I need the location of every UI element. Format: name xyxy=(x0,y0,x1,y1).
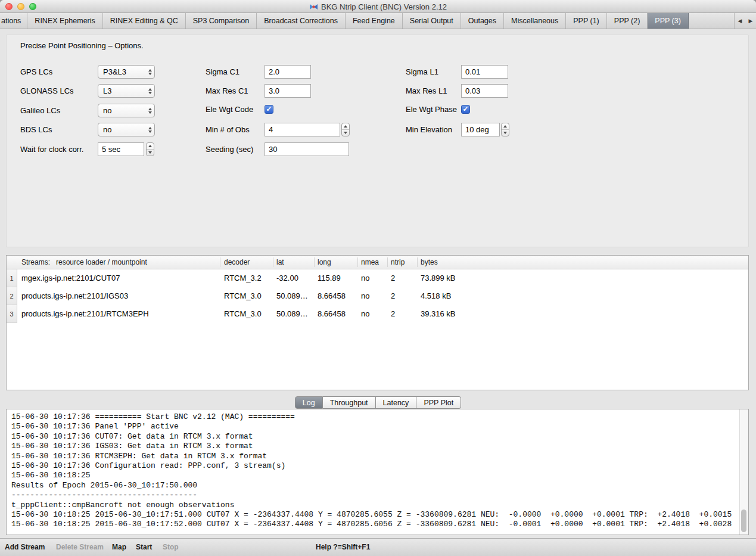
tab-ations[interactable]: ations xyxy=(0,13,27,29)
sigma-l1-input[interactable] xyxy=(461,65,508,79)
header-separator xyxy=(417,257,418,267)
stream-row[interactable]: 2 products.igs-ip.net:2101/IGS03 RTCM_3.… xyxy=(7,287,748,305)
tab-sp3-comparison[interactable]: SP3 Comparison xyxy=(186,13,257,29)
sigma-c1-label: Sigma C1 xyxy=(206,65,239,79)
cell-nmea: no xyxy=(361,269,369,287)
delete-stream-button[interactable]: Delete Stream xyxy=(56,539,104,556)
galileo-lcs-value: no xyxy=(103,106,111,115)
min-elevation-input[interactable] xyxy=(461,123,500,136)
tab-serial-output[interactable]: Serial Output xyxy=(403,13,461,29)
header-ntrip[interactable]: ntrip xyxy=(391,256,405,269)
stepper-down-icon[interactable] xyxy=(147,150,154,156)
ele-wgt-phase-checkbox[interactable]: ✓ xyxy=(461,105,470,114)
window-title: BKG Ntrip Client (BNC) Version 2.12 xyxy=(0,0,756,13)
streams-table: Streams: resource loader / mountpoint de… xyxy=(6,255,749,390)
cell-nmea: no xyxy=(361,287,369,305)
header-lat[interactable]: lat xyxy=(276,256,284,269)
cell-ntrip: 2 xyxy=(391,269,395,287)
tab-ppp-1[interactable]: PPP (1) xyxy=(566,13,607,29)
cell-bytes: 73.899 kB xyxy=(421,269,456,287)
sigma-c1-input[interactable] xyxy=(265,65,311,79)
max-res-l1-input[interactable] xyxy=(461,84,508,98)
max-res-c1-label: Max Res C1 xyxy=(206,84,248,98)
status-bar: Add Stream Delete Stream Map Start Stop … xyxy=(0,538,756,556)
header-separator xyxy=(220,257,220,267)
header-separator xyxy=(387,257,388,267)
wait-clock-input[interactable] xyxy=(98,142,144,156)
map-button[interactable]: Map xyxy=(112,539,126,556)
wait-clock-stepper xyxy=(146,142,154,156)
combo-updown-icon xyxy=(148,123,152,136)
combo-updown-icon xyxy=(148,104,152,117)
seeding-input[interactable] xyxy=(265,142,349,156)
stream-row[interactable]: 1 mgex.igs-ip.net:2101/CUT07 RTCM_3.2 -3… xyxy=(7,269,748,287)
bds-lcs-combobox[interactable]: no xyxy=(98,123,155,136)
cell-decoder: RTCM_3.2 xyxy=(224,269,262,287)
tab-outages[interactable]: Outages xyxy=(461,13,504,29)
log-vertical-scrollbar[interactable] xyxy=(739,409,748,535)
tab-ppp-plot[interactable]: PPP Plot xyxy=(416,396,461,409)
header-separator xyxy=(357,257,358,267)
tab-latency[interactable]: Latency xyxy=(376,396,417,409)
cell-mountpoint: mgex.igs-ip.net:2101/CUT07 xyxy=(21,269,120,287)
tab-scroll-right-icon[interactable]: ▶ xyxy=(745,13,756,29)
header-long[interactable]: long xyxy=(318,256,331,269)
wait-clock-label: Wait for clock corr. xyxy=(20,142,83,156)
combo-updown-icon xyxy=(148,66,152,78)
max-res-c1-input[interactable] xyxy=(265,84,311,98)
combo-updown-icon xyxy=(148,85,152,97)
start-button[interactable]: Start xyxy=(136,539,152,556)
ele-wgt-code-checkbox[interactable]: ✓ xyxy=(265,105,273,114)
cell-bytes: 39.316 kB xyxy=(421,305,456,323)
window-title-text: BKG Ntrip Client (BNC) Version 2.12 xyxy=(321,2,447,11)
scrollbar-thumb[interactable] xyxy=(741,510,746,532)
tab-feed-engine[interactable]: Feed Engine xyxy=(346,13,403,29)
cell-nmea: no xyxy=(361,305,369,323)
min-obs-label: Min # of Obs xyxy=(206,123,250,136)
ele-wgt-code-label: Ele Wgt Code xyxy=(206,102,253,116)
log-text: 15-06-30 10:17:36 ========== Start BNC v… xyxy=(7,409,748,533)
sigma-l1-label: Sigma L1 xyxy=(406,65,438,79)
stepper-up-icon[interactable] xyxy=(342,123,349,130)
tab-rinex-editing-qc[interactable]: RINEX Editing & QC xyxy=(103,13,186,29)
galileo-lcs-combobox[interactable]: no xyxy=(98,104,155,117)
tab-ppp-2[interactable]: PPP (2) xyxy=(607,13,648,29)
glonass-lcs-value: L3 xyxy=(103,86,111,95)
header-mountpoint[interactable]: Streams: resource loader / mountpoint xyxy=(21,256,147,269)
main-tab-bar: ations RINEX Ephemeris RINEX Editing & Q… xyxy=(0,13,756,29)
bds-lcs-label: BDS LCs xyxy=(20,123,52,136)
add-stream-button[interactable]: Add Stream xyxy=(5,539,45,556)
stepper-down-icon[interactable] xyxy=(502,130,509,136)
stream-row[interactable]: 3 products.igs-ip.net:2101/RTCM3EPH RTCM… xyxy=(7,305,748,323)
tab-broadcast-corrections[interactable]: Broadcast Corrections xyxy=(257,13,346,29)
row-number[interactable]: 2 xyxy=(7,287,17,305)
cell-long: 8.66458 xyxy=(318,287,346,305)
header-separator xyxy=(314,257,315,267)
stepper-up-icon[interactable] xyxy=(502,123,509,130)
tab-ppp-3[interactable]: PPP (3) xyxy=(648,13,689,29)
min-elevation-label: Min Elevation xyxy=(406,123,452,136)
header-bytes[interactable]: bytes xyxy=(421,256,438,269)
cell-long: 8.66458 xyxy=(318,305,346,323)
row-number[interactable]: 3 xyxy=(7,305,17,323)
glonass-lcs-combobox[interactable]: L3 xyxy=(98,84,155,98)
stepper-up-icon[interactable] xyxy=(147,143,154,150)
cell-ntrip: 2 xyxy=(391,287,395,305)
gps-lcs-combobox[interactable]: P3&L3 xyxy=(98,65,155,79)
tab-miscellaneous[interactable]: Miscellaneous xyxy=(504,13,566,29)
tab-rinex-ephemeris[interactable]: RINEX Ephemeris xyxy=(27,13,102,29)
tab-throughput[interactable]: Throughput xyxy=(323,396,376,409)
tab-scroll-left-icon[interactable]: ◀ xyxy=(735,13,745,29)
cell-lat: 50.089… xyxy=(276,305,308,323)
header-nmea[interactable]: nmea xyxy=(361,256,379,269)
min-obs-input[interactable] xyxy=(265,123,340,136)
stepper-down-icon[interactable] xyxy=(342,130,349,136)
cell-bytes: 4.518 kB xyxy=(421,287,451,305)
header-decoder[interactable]: decoder xyxy=(224,256,250,269)
tab-log[interactable]: Log xyxy=(295,396,323,409)
header-separator xyxy=(273,257,273,267)
row-number[interactable]: 1 xyxy=(7,269,17,287)
log-output-panel: 15-06-30 10:17:36 ========== Start BNC v… xyxy=(6,409,749,535)
stop-button[interactable]: Stop xyxy=(163,539,179,556)
ele-wgt-phase-label: Ele Wgt Phase xyxy=(406,102,457,116)
